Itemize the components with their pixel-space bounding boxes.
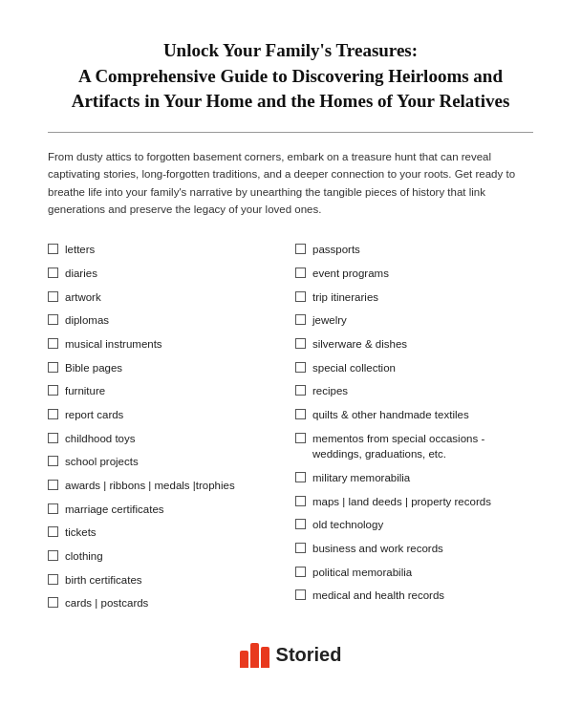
list-item[interactable]: trip itineraries: [295, 287, 533, 309]
checkbox[interactable]: [295, 543, 306, 553]
item-label: military memorabilia: [312, 470, 533, 486]
item-label: report cards: [65, 407, 286, 423]
list-item[interactable]: birth certificates: [48, 569, 286, 591]
list-item[interactable]: musical instruments: [48, 333, 286, 355]
checkbox[interactable]: [295, 291, 306, 302]
checkbox[interactable]: [295, 314, 306, 325]
checkbox[interactable]: [48, 338, 58, 349]
checkbox[interactable]: [48, 314, 58, 325]
list-item[interactable]: military memorabilia: [295, 467, 533, 489]
item-label: cards | postcards: [65, 595, 286, 611]
checkbox[interactable]: [48, 433, 58, 443]
checkbox[interactable]: [48, 291, 58, 302]
list-item[interactable]: letters: [48, 239, 286, 261]
checkbox[interactable]: [295, 338, 306, 349]
checkbox[interactable]: [295, 567, 306, 577]
checkbox[interactable]: [295, 589, 306, 600]
item-label: trip itineraries: [312, 289, 533, 306]
list-item[interactable]: special collection: [295, 357, 533, 379]
list-item[interactable]: mementos from special occasions - weddin…: [295, 428, 533, 465]
checkbox[interactable]: [48, 268, 58, 278]
item-label: musical instruments: [65, 336, 286, 353]
checklist-container: lettersdiariesartworkdiplomasmusical ins…: [48, 239, 533, 614]
list-item[interactable]: old technology: [295, 514, 533, 536]
item-label: childhood toys: [65, 431, 286, 447]
checkbox[interactable]: [295, 496, 306, 506]
item-label: old technology: [312, 517, 533, 533]
list-item[interactable]: maps | land deeds | property records: [295, 491, 533, 513]
list-item[interactable]: jewelry: [295, 310, 533, 332]
item-label: passports: [312, 242, 533, 258]
item-label: marriage certificates: [65, 502, 286, 518]
item-label: artwork: [65, 289, 286, 306]
checkbox[interactable]: [295, 519, 306, 529]
list-item[interactable]: quilts & other handmade textiles: [295, 404, 533, 426]
list-item[interactable]: cards | postcards: [48, 592, 286, 614]
item-label: quilts & other handmade textiles: [312, 407, 533, 423]
checkbox[interactable]: [48, 597, 58, 608]
brand-logo: Storied: [240, 641, 342, 668]
checkbox[interactable]: [295, 472, 306, 482]
logo-icon: [240, 641, 269, 668]
page-title: Unlock Your Family's Treasures: A Compre…: [48, 38, 533, 115]
item-label: recipes: [312, 383, 533, 399]
checkbox[interactable]: [295, 409, 306, 419]
item-label: medical and health records: [312, 588, 533, 604]
checkbox[interactable]: [48, 409, 58, 419]
list-item[interactable]: awards | ribbons | medals |trophies: [48, 475, 286, 497]
checkbox[interactable]: [295, 268, 306, 278]
checkbox[interactable]: [48, 480, 58, 490]
list-item[interactable]: passports: [295, 239, 533, 261]
list-item[interactable]: medical and health records: [295, 585, 533, 607]
list-item[interactable]: recipes: [295, 380, 533, 402]
title-divider: [48, 132, 533, 133]
item-label: special collection: [312, 360, 533, 376]
logo-bar-2: [250, 643, 259, 668]
item-label: furniture: [65, 383, 286, 399]
list-item[interactable]: artwork: [48, 287, 286, 309]
list-item[interactable]: political memorabilia: [295, 562, 533, 584]
item-label: silverware & dishes: [312, 336, 533, 353]
checkbox[interactable]: [48, 244, 58, 254]
checkbox[interactable]: [48, 362, 58, 373]
title-section: Unlock Your Family's Treasures: A Compre…: [48, 38, 533, 115]
item-label: clothing: [65, 548, 286, 565]
item-label: maps | land deeds | property records: [312, 494, 533, 510]
list-item[interactable]: Bible pages: [48, 357, 286, 379]
list-item[interactable]: diplomas: [48, 310, 286, 332]
list-item[interactable]: childhood toys: [48, 428, 286, 450]
list-item[interactable]: silverware & dishes: [295, 333, 533, 355]
list-item[interactable]: report cards: [48, 404, 286, 426]
item-label: jewelry: [312, 312, 533, 329]
list-item[interactable]: tickets: [48, 522, 286, 544]
item-label: mementos from special occasions - weddin…: [312, 431, 533, 462]
checkbox[interactable]: [48, 503, 58, 514]
checkbox[interactable]: [295, 244, 306, 254]
list-item[interactable]: furniture: [48, 380, 286, 402]
checkbox[interactable]: [48, 526, 58, 537]
list-item[interactable]: clothing: [48, 546, 286, 567]
item-label: event programs: [312, 266, 533, 282]
checkbox[interactable]: [48, 456, 58, 466]
list-item[interactable]: school projects: [48, 451, 286, 473]
item-label: birth certificates: [65, 572, 286, 589]
checkbox[interactable]: [48, 574, 58, 585]
checkbox[interactable]: [295, 433, 306, 443]
list-item[interactable]: marriage certificates: [48, 499, 286, 521]
item-label: diplomas: [65, 312, 286, 329]
right-checklist-col: passportsevent programstrip itinerariesj…: [295, 239, 533, 614]
checkbox[interactable]: [295, 362, 306, 373]
checkbox[interactable]: [295, 385, 306, 396]
logo-bar-1: [240, 651, 248, 668]
left-checklist-col: lettersdiariesartworkdiplomasmusical ins…: [48, 239, 286, 614]
intro-paragraph: From dusty attics to forgotten basement …: [48, 148, 533, 219]
item-label: Bible pages: [65, 360, 286, 376]
logo-bar-3: [261, 647, 269, 668]
footer: Storied: [48, 641, 533, 668]
list-item[interactable]: event programs: [295, 263, 533, 285]
item-label: business and work records: [312, 541, 533, 557]
list-item[interactable]: diaries: [48, 263, 286, 285]
checkbox[interactable]: [48, 550, 58, 561]
checkbox[interactable]: [48, 385, 58, 396]
list-item[interactable]: business and work records: [295, 538, 533, 560]
